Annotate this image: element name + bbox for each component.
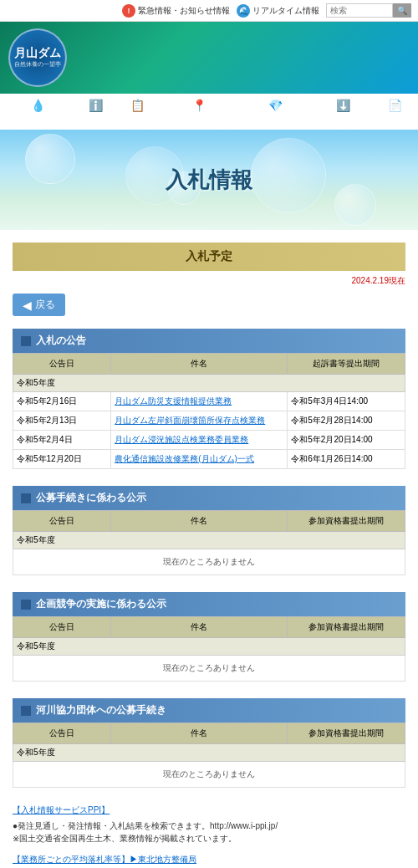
- kobo-table: 公告日 件名 参加資格書提出期間 令和5年度 現在のところありません: [13, 510, 405, 575]
- bid-link-4[interactable]: 農化通信施設改修業務(月山ダム)一式: [115, 454, 254, 463]
- year-row-4: 令和5年度: [13, 744, 405, 762]
- section-kyouryoku-title: 河川協力団体への公募手続き: [36, 703, 166, 717]
- section-kobo-title: 公募手続きに係わる公示: [36, 491, 146, 505]
- nav-icon-event: 📍: [192, 99, 206, 112]
- search-button[interactable]: 🔍: [393, 3, 411, 18]
- th-period-2: 参加資格書提出期間: [288, 511, 405, 532]
- bid-link-3[interactable]: 月山ダム浸況施設点検業務委員業務: [115, 435, 248, 444]
- nav-item-disaster[interactable]: ℹ️お薦情報: [77, 97, 114, 126]
- row-period: 令和5年2月20日14:00: [288, 431, 405, 450]
- section-kyouryoku: 河川協力団体への公募手続き 公告日 件名 参加資格書提出期間 令和5年度 現在の…: [13, 698, 405, 788]
- bid-link-1[interactable]: 月山ダム防災支援情報提供業務: [115, 396, 232, 406]
- hero-section: 入札情報: [0, 130, 418, 230]
- nav-item-record[interactable]: 📋記念業績: [120, 97, 156, 126]
- nav-label-about: 月山ダムについて: [8, 114, 68, 125]
- bid-link-2[interactable]: 月山ダム左岸斜面崩壊箇所保存点検業務: [115, 416, 265, 425]
- empty-text-3: 現在のところありません: [13, 656, 405, 682]
- row-name: 月山ダム左岸斜面崩壊箇所保存点検業務: [111, 411, 288, 431]
- nav-label-event: イベント・見学情報: [166, 114, 233, 125]
- main-content: 入札予定 2024.2.19現在 ◀ 戻る 入札の公告 公告日 件名 起訴書等提…: [0, 230, 418, 868]
- empty-row-3: 現在のところありません: [13, 656, 405, 682]
- logo-main-text: 月山ダム: [14, 47, 61, 59]
- top-alert-bar: ! 緊急情報・お知らせ情報 🌊 リアルタイム情報 🔍: [0, 0, 418, 22]
- section-kyouryoku-header: 河川協力団体への公募手続き: [13, 698, 405, 722]
- date-notice: 2024.2.19現在: [13, 275, 405, 287]
- year-row-3: 令和5年度: [13, 638, 405, 656]
- th-period-3: 参加資格書提出期間: [288, 617, 405, 638]
- links-section: 【入札情報サービスPPI】 ●発注見通し・発注情報・入札結果を検索できます。ht…: [13, 804, 405, 868]
- realtime-alert-item[interactable]: 🌊 リアルタイム情報: [237, 4, 319, 18]
- back-button-label: 戻る: [35, 298, 55, 312]
- th-period-4: 参加資格書提出期間: [288, 723, 405, 744]
- section-kigyou-title: 企画競争の実施に係わる公示: [36, 597, 166, 611]
- section-kigyou-header: 企画競争の実施に係わる公示: [13, 592, 405, 616]
- empty-text-2: 現在のところありません: [13, 549, 405, 575]
- year-label-4: 令和5年度: [13, 744, 405, 762]
- nav-label-water: 水源地域ビジョン: [246, 114, 306, 125]
- section-marker-4: [21, 706, 31, 716]
- th-name-4: 件名: [111, 723, 288, 744]
- link-rakusatsu[interactable]: 【業務所ごとの平均落札率等】▶東北地方整備局: [13, 854, 405, 865]
- bubble-2: [251, 138, 326, 213]
- bubble-1: [25, 134, 75, 184]
- row-name: 農化通信施設改修業務(月山ダム)一式: [111, 450, 288, 469]
- th-date-1: 公告日: [13, 354, 111, 375]
- nav-item-event[interactable]: 📍イベント・見学情報: [162, 97, 237, 126]
- koukoku-table: 公告日 件名 起訴書等提出期間 令和5年度 令和5年2月16日 月山ダム防災支援…: [13, 353, 405, 469]
- emergency-icon: !: [122, 4, 135, 18]
- row-period: 令和6年1月26日14:00: [288, 450, 405, 469]
- kigyou-table: 公告日 件名 参加資格書提出期間 令和5年度 現在のところありません: [13, 616, 405, 682]
- row-date: 令和5年2月16日: [13, 392, 111, 411]
- nav-icon-disaster: ℹ️: [89, 99, 103, 112]
- th-date-2: 公告日: [13, 511, 111, 532]
- nav-icon-bid: 📄: [388, 99, 402, 112]
- nav-label-disaster: お薦情報: [80, 114, 110, 125]
- nav-label-bid: 入札情報: [380, 114, 410, 125]
- ppi-note: ●発注見通し・発注情報・入札結果を検索できます。http://www.i-ppi…: [13, 819, 405, 845]
- table-row: 令和5年2月16日 月山ダム防災支援情報提供業務 令和5年3月4日14:00: [13, 392, 405, 411]
- page-title-box: 入札予定: [13, 243, 405, 271]
- table-row: 令和5年12月20日 農化通信施設改修業務(月山ダム)一式 令和6年1月26日1…: [13, 450, 405, 469]
- section-koukoku-title: 入札の公告: [36, 334, 86, 348]
- logo[interactable]: 月山ダム 自然休養の一望亭: [8, 28, 67, 87]
- back-button[interactable]: ◀ 戻る: [13, 294, 65, 316]
- nav-label-download: ●ダウンロード: [318, 114, 367, 125]
- section-kobo: 公募手続きに係わる公示 公告日 件名 参加資格書提出期間 令和5年度 現在のとこ…: [13, 486, 405, 575]
- row-name: 月山ダム浸況施設点検業務委員業務: [111, 431, 288, 450]
- row-date: 令和5年12月20日: [13, 450, 111, 469]
- realtime-label: リアルタイム情報: [252, 5, 319, 17]
- nav-item-download[interactable]: ⬇️●ダウンロード: [314, 97, 370, 126]
- header: 月山ダム 自然休養の一望亭: [0, 22, 418, 94]
- back-arrow-icon: ◀: [23, 299, 32, 312]
- table-row: 令和5年2月4日 月山ダム浸況施設点検業務委員業務 令和5年2月20日14:00: [13, 431, 405, 450]
- row-period: 令和5年2月28日14:00: [288, 411, 405, 431]
- search-box: 🔍: [326, 3, 411, 18]
- nav-bar: 💧月山ダムについてℹ️お薦情報📋記念業績📍イベント・見学情報💎水源地域ビジョン⬇…: [0, 94, 418, 130]
- row-date: 令和5年2月13日: [13, 411, 111, 431]
- link-ppi[interactable]: 【入札情報サービスPPI】: [13, 804, 405, 816]
- logo-sub-text: 自然休養の一望亭: [14, 60, 61, 69]
- nav-icon-about: 💧: [31, 99, 45, 112]
- section-marker-2: [21, 493, 31, 503]
- table-row: 令和5年2月13日 月山ダム左岸斜面崩壊箇所保存点検業務 令和5年2月28日14…: [13, 411, 405, 431]
- section-marker-3: [21, 600, 31, 610]
- th-name-3: 件名: [111, 617, 288, 638]
- section-kobo-header: 公募手続きに係わる公示: [13, 486, 405, 510]
- section-kigyou: 企画競争の実施に係わる公示 公告日 件名 参加資格書提出期間 令和5年度 現在の…: [13, 592, 405, 682]
- search-input[interactable]: [326, 3, 393, 18]
- nav-icon-record: 📋: [130, 99, 145, 112]
- year-label-1: 令和5年度: [13, 375, 405, 392]
- year-label-2: 令和5年度: [13, 532, 405, 549]
- nav-item-bid[interactable]: 📄入札情報: [377, 97, 414, 126]
- row-date: 令和5年2月4日: [13, 431, 111, 450]
- empty-row-2: 現在のところありません: [13, 549, 405, 575]
- year-row-2: 令和5年度: [13, 532, 405, 549]
- nav-label-record: 記念業績: [123, 114, 153, 125]
- th-name-1: 件名: [111, 354, 288, 375]
- nav-item-water[interactable]: 💎水源地域ビジョン: [242, 97, 309, 126]
- hero-title: 入札情報: [166, 166, 252, 195]
- nav-icon-download: ⬇️: [336, 99, 350, 112]
- nav-icon-water: 💎: [268, 99, 283, 112]
- nav-item-about[interactable]: 💧月山ダムについて: [4, 97, 71, 126]
- emergency-alert-item[interactable]: ! 緊急情報・お知らせ情報: [122, 4, 230, 18]
